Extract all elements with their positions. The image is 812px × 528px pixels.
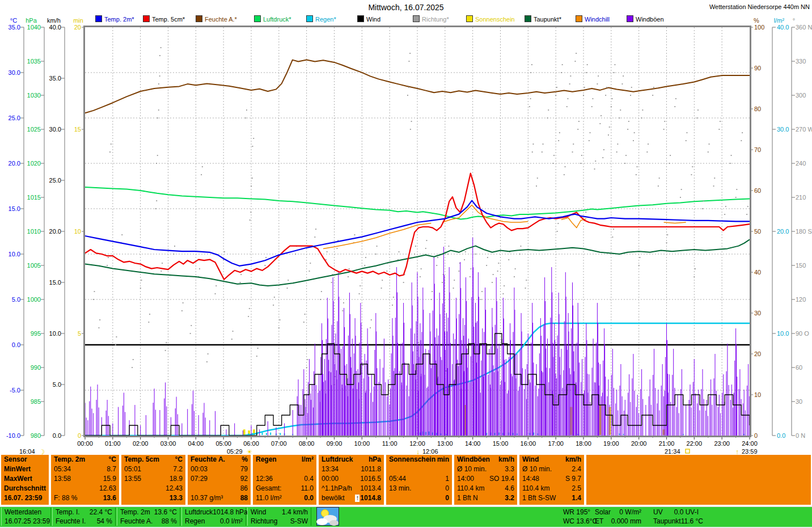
svg-text:08:00: 08:00: [299, 440, 315, 447]
svg-text:15:00: 15:00: [493, 440, 509, 447]
svg-text:50: 50: [754, 228, 761, 235]
svg-text:17:00: 17:00: [548, 440, 564, 447]
status-label: Richtung: [251, 517, 277, 526]
statusbar-cell-2: Temp. 2m13.6 °CFeuchte A.88 %: [117, 508, 180, 526]
stat-value: 12.43: [166, 484, 183, 493]
svg-text:11:00: 11:00: [382, 440, 397, 447]
stat-label: 12:36: [256, 474, 273, 484]
status-label: Feuchte I.: [56, 517, 86, 526]
svg-text:07:00: 07:00: [271, 440, 287, 447]
stat-value: 13.6: [103, 493, 116, 503]
stat-label: 05:01: [124, 464, 141, 474]
stat-value: km/h: [565, 455, 581, 464]
svg-text:21:00: 21:00: [659, 440, 675, 447]
svg-text:30.0: 30.0: [777, 126, 789, 133]
svg-text:1030: 1030: [27, 92, 41, 99]
svg-text:20.0: 20.0: [49, 228, 61, 235]
stat-value: 1.4: [572, 493, 581, 503]
status-label: WR 195°: [563, 508, 590, 517]
svg-text:0: 0: [754, 432, 758, 439]
weather-chart: 35.030.025.020.015.010.05.00.0-5.0-10.01…: [0, 0, 812, 455]
svg-text:0 N: 0 N: [796, 432, 805, 439]
svg-text:30: 30: [754, 310, 761, 316]
svg-text:0.0: 0.0: [777, 432, 785, 439]
svg-text:25.0: 25.0: [49, 177, 61, 184]
stat-value: 12.63: [99, 484, 116, 493]
stat-label: Sonnenschein: [389, 455, 435, 464]
status-value: 1.4 km/h: [282, 508, 308, 517]
rising-arrow-icon: ↑: [355, 495, 360, 502]
stat-value: hPa: [369, 455, 381, 464]
svg-text:10.0: 10.0: [777, 330, 789, 337]
stat-label: 13:34: [322, 464, 339, 474]
stat-label: Sensor: [4, 455, 27, 464]
sensor-stats-table: SensorMinWertMaxWertDurchschnitt16.07. 2…: [0, 455, 812, 505]
stat-label: 110.4 km: [457, 484, 484, 493]
svg-text:30.0: 30.0: [9, 69, 20, 76]
stat-value: 3.2: [505, 493, 514, 503]
svg-text:-5.0: -5.0: [10, 387, 20, 394]
status-value: 88 %: [162, 517, 177, 526]
svg-text:1015: 1015: [27, 194, 41, 201]
svg-text:40.0: 40.0: [777, 24, 789, 31]
svg-text:↓: ↓: [416, 448, 420, 455]
svg-text:23:59: 23:59: [742, 448, 758, 455]
svg-text:24:00: 24:00: [742, 440, 758, 447]
svg-text:02:00: 02:00: [133, 440, 149, 447]
svg-text:10: 10: [754, 391, 761, 398]
statusbar-cell-1: Temp. I.22.4 °CFeuchte I.54 %: [52, 508, 116, 526]
stat-label: F: 88 %: [54, 493, 77, 503]
svg-text:°: °: [793, 17, 795, 24]
stat-label: Temp. 5cm: [124, 455, 159, 464]
svg-text:5: 5: [78, 330, 81, 337]
stat-label: ^1.1hPa/h: [322, 484, 352, 493]
svg-text:15.0: 15.0: [9, 205, 20, 212]
stat-value: °C: [109, 455, 116, 464]
svg-text:01:00: 01:00: [105, 440, 121, 447]
stat-label: 00:03: [191, 464, 208, 474]
stat-label: Gesamt:: [256, 484, 281, 493]
stats-filler: [586, 455, 811, 505]
stats-column-regen: Regenl/m²12:360.4Gesamt:11.011.0 l/m²0.0: [253, 455, 316, 505]
series-windb-en: [84, 238, 750, 436]
stats-column-temp--5cm: Temp. 5cm°C05:017.213:5518.912.4313.3: [121, 455, 185, 505]
svg-text:14:00: 14:00: [465, 440, 481, 447]
stat-label: Wind: [522, 455, 539, 464]
statusbar-cell-0: Wetterdaten16.07.25 23:59: [1, 508, 51, 526]
svg-text:35.0: 35.0: [9, 24, 20, 31]
statusbar-right-cell-2: UV0.0 UV-ITaupunkt11.6 °C: [650, 508, 701, 526]
svg-text:995: 995: [31, 330, 41, 337]
svg-text:20.0: 20.0: [777, 228, 789, 235]
series-windchill: [664, 222, 686, 223]
svg-text:990: 990: [31, 364, 41, 371]
svg-text:15: 15: [74, 126, 81, 133]
status-value: 0.000 mm: [611, 517, 641, 526]
svg-text:40: 40: [754, 269, 761, 276]
weather-condition-icon: [316, 507, 339, 526]
svg-text:1025: 1025: [27, 126, 41, 133]
svg-text:19:00: 19:00: [603, 440, 619, 447]
stat-label: 13:55: [124, 474, 141, 484]
status-value: 13.6 °C: [154, 508, 177, 517]
stat-label: Durchschnitt: [4, 484, 46, 493]
svg-text:150: 150: [796, 262, 806, 269]
stat-label: 110.4 km: [522, 484, 549, 493]
svg-text:min: min: [73, 17, 83, 24]
stat-value: 1016.5: [360, 474, 381, 484]
svg-text:l/m²: l/m²: [774, 17, 785, 24]
statusbar-right-cell-0: WR 195°WC 13.6°C: [560, 508, 590, 526]
svg-text:18:00: 18:00: [576, 440, 591, 447]
svg-text:05:00: 05:00: [215, 440, 231, 447]
stat-label: Feuchte A.: [191, 455, 225, 464]
svg-text:☀: ☀: [247, 448, 253, 455]
stat-value: 2.4: [572, 464, 581, 474]
stat-label: MaxWert: [4, 474, 32, 484]
stat-value: SO 19.4: [489, 474, 514, 484]
series-temp--2m: [85, 201, 750, 266]
stat-label: 00:00: [322, 474, 339, 484]
svg-text:23:00: 23:00: [714, 440, 730, 447]
svg-text:120: 120: [796, 296, 806, 303]
svg-text:00:00: 00:00: [77, 440, 93, 447]
svg-text:06:00: 06:00: [243, 440, 259, 447]
svg-text:60: 60: [754, 187, 761, 194]
